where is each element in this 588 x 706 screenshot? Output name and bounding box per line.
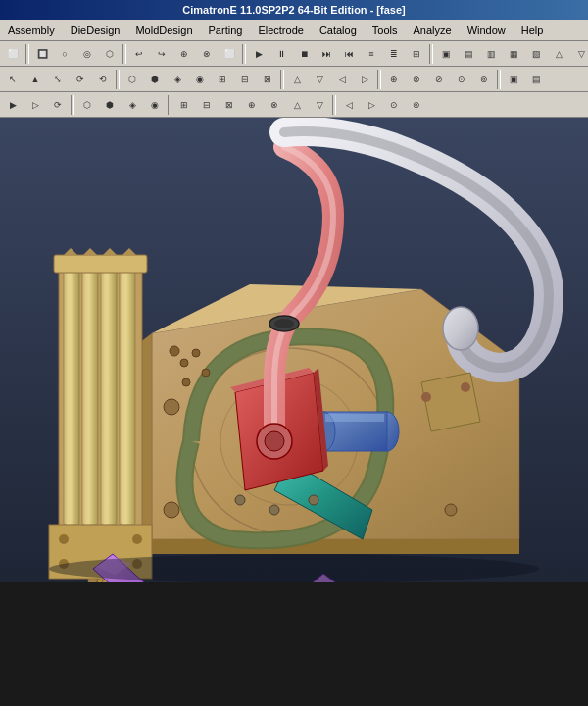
menu-catalog[interactable]: Catalog <box>312 23 365 38</box>
tb3-btn-9[interactable]: ⊟ <box>196 94 218 116</box>
tb-btn-23[interactable]: ▧ <box>525 43 547 65</box>
tb-sep-4 <box>429 44 433 64</box>
tb2-btn-5[interactable]: ⟲ <box>92 69 114 90</box>
tb2-btn-8[interactable]: ◈ <box>167 69 188 90</box>
menu-analyze[interactable]: Analyze <box>405 23 459 38</box>
tb2-btn-3[interactable]: ⤡ <box>47 69 69 90</box>
menu-tools[interactable]: Tools <box>365 23 406 38</box>
tb3-btn-6[interactable]: ◈ <box>122 94 143 116</box>
tb2-btn-6[interactable]: ⬡ <box>122 69 143 90</box>
svg-point-54 <box>274 319 294 328</box>
tb-btn-20[interactable]: ▤ <box>458 43 479 65</box>
tb2-btn-18[interactable]: ⊗ <box>406 69 427 90</box>
tb2-btn-1[interactable]: ↖ <box>2 69 24 90</box>
menu-help[interactable]: Help <box>514 23 552 38</box>
tb-btn-15[interactable]: ⏮ <box>338 43 360 65</box>
tb-btn-3[interactable]: ○ <box>54 43 75 65</box>
tb-btn-19[interactable]: ▣ <box>435 43 457 65</box>
svg-point-50 <box>443 307 478 350</box>
tb-btn-10[interactable]: ⬜ <box>219 43 240 65</box>
tb2-btn-4[interactable]: ⟳ <box>70 69 91 90</box>
tb2-btn-19[interactable]: ⊘ <box>428 69 450 90</box>
tb-btn-2[interactable]: 🔲 <box>31 43 53 65</box>
tb2-btn-21[interactable]: ⊚ <box>473 69 495 90</box>
svg-point-9 <box>180 359 188 367</box>
menu-electrode[interactable]: Electrode <box>250 23 311 38</box>
tb-btn-6[interactable]: ↩ <box>128 43 150 65</box>
svg-point-61 <box>49 554 539 582</box>
tb3-btn-13[interactable]: △ <box>286 94 308 116</box>
tb-btn-24[interactable]: △ <box>548 43 569 65</box>
tb2-btn-9[interactable]: ◉ <box>189 69 211 90</box>
tb-btn-12[interactable]: ⏸ <box>270 43 292 65</box>
tb-btn-9[interactable]: ⊗ <box>196 43 218 65</box>
menu-molddesign[interactable]: MoldDesign <box>127 23 200 38</box>
tb-btn-7[interactable]: ↪ <box>151 43 172 65</box>
tb3-btn-7[interactable]: ◉ <box>144 94 166 116</box>
tb-btn-16[interactable]: ≡ <box>361 43 382 65</box>
svg-rect-25 <box>67 265 71 525</box>
tb2-sep-1 <box>116 70 120 89</box>
tb3-btn-3[interactable]: ⟳ <box>47 94 69 116</box>
svg-point-55 <box>235 495 245 505</box>
menu-parting[interactable]: Parting <box>201 23 251 38</box>
tb-btn-4[interactable]: ◎ <box>76 43 98 65</box>
tb3-btn-17[interactable]: ⊙ <box>383 94 405 116</box>
tb3-sep-1 <box>71 95 74 115</box>
tb3-btn-16[interactable]: ▷ <box>361 94 382 116</box>
tb-btn-13[interactable]: ⏹ <box>293 43 315 65</box>
tb2-btn-2[interactable]: ▲ <box>24 69 46 90</box>
svg-point-57 <box>309 495 318 505</box>
tb2-sep-4 <box>497 70 501 89</box>
tb-btn-1[interactable]: ⬜ <box>2 43 24 65</box>
3d-viewport[interactable]: 器 <box>0 118 588 582</box>
tb3-btn-15[interactable]: ◁ <box>338 94 360 116</box>
tb-btn-22[interactable]: ▦ <box>503 43 524 65</box>
tb3-btn-2[interactable]: ▷ <box>24 94 46 116</box>
tb2-btn-23[interactable]: ▤ <box>525 69 547 90</box>
svg-point-59 <box>421 392 431 402</box>
svg-marker-58 <box>421 373 480 431</box>
tb-btn-14[interactable]: ⏭ <box>316 43 337 65</box>
tb-sep-2 <box>122 44 126 64</box>
tb2-btn-16[interactable]: ▷ <box>354 69 375 90</box>
svg-point-16 <box>445 504 457 516</box>
tb3-btn-10[interactable]: ⊠ <box>219 94 240 116</box>
tb2-btn-20[interactable]: ⊙ <box>451 69 472 90</box>
tb-btn-11[interactable]: ▶ <box>248 43 270 65</box>
tb-btn-18[interactable]: ⊞ <box>406 43 427 65</box>
tb-btn-25[interactable]: ▽ <box>570 43 588 65</box>
menu-assembly[interactable]: Assembly <box>0 23 63 38</box>
svg-rect-46 <box>325 414 384 422</box>
tb2-btn-12[interactable]: ⊠ <box>257 69 278 90</box>
tb2-btn-22[interactable]: ▣ <box>503 69 524 90</box>
tb2-btn-11[interactable]: ⊟ <box>234 69 256 90</box>
tb3-btn-14[interactable]: ▽ <box>309 94 330 116</box>
tb-btn-17[interactable]: ≣ <box>383 43 405 65</box>
tb-btn-21[interactable]: ▥ <box>480 43 502 65</box>
tb3-btn-5[interactable]: ⬢ <box>99 94 121 116</box>
tb2-btn-15[interactable]: ◁ <box>331 69 353 90</box>
tb3-btn-12[interactable]: ⊗ <box>264 94 285 116</box>
svg-point-52 <box>265 431 284 451</box>
toolbar-row2: ↖ ▲ ⤡ ⟳ ⟲ ⬡ ⬢ ◈ ◉ ⊞ ⊟ ⊠ △ ▽ ◁ ▷ ⊕ ⊗ ⊘ ⊙ … <box>0 67 588 92</box>
tb3-btn-4[interactable]: ⬡ <box>76 94 98 116</box>
tb3-btn-1[interactable]: ▶ <box>2 94 24 116</box>
tb3-btn-18[interactable]: ⊚ <box>406 94 427 116</box>
svg-rect-29 <box>54 255 147 273</box>
tb-btn-5[interactable]: ⬡ <box>99 43 121 65</box>
svg-point-37 <box>132 534 142 544</box>
tb2-btn-10[interactable]: ⊞ <box>212 69 233 90</box>
toolbar-row1: ⬜ 🔲 ○ ◎ ⬡ ↩ ↪ ⊕ ⊗ ⬜ ▶ ⏸ ⏹ ⏭ ⏮ ≡ ≣ ⊞ ▣ ▤ … <box>0 41 588 67</box>
tb2-btn-7[interactable]: ⬢ <box>144 69 166 90</box>
svg-rect-23 <box>101 265 117 525</box>
tb2-btn-17[interactable]: ⊕ <box>383 69 405 90</box>
tb2-btn-13[interactable]: △ <box>286 69 308 90</box>
svg-point-12 <box>182 378 190 386</box>
menu-diedesign[interactable]: DieDesign <box>63 23 128 38</box>
menu-window[interactable]: Window <box>460 23 514 38</box>
tb3-btn-11[interactable]: ⊕ <box>241 94 263 116</box>
tb3-btn-8[interactable]: ⊞ <box>173 94 195 116</box>
tb-btn-8[interactable]: ⊕ <box>173 43 195 65</box>
tb2-btn-14[interactable]: ▽ <box>309 69 330 90</box>
